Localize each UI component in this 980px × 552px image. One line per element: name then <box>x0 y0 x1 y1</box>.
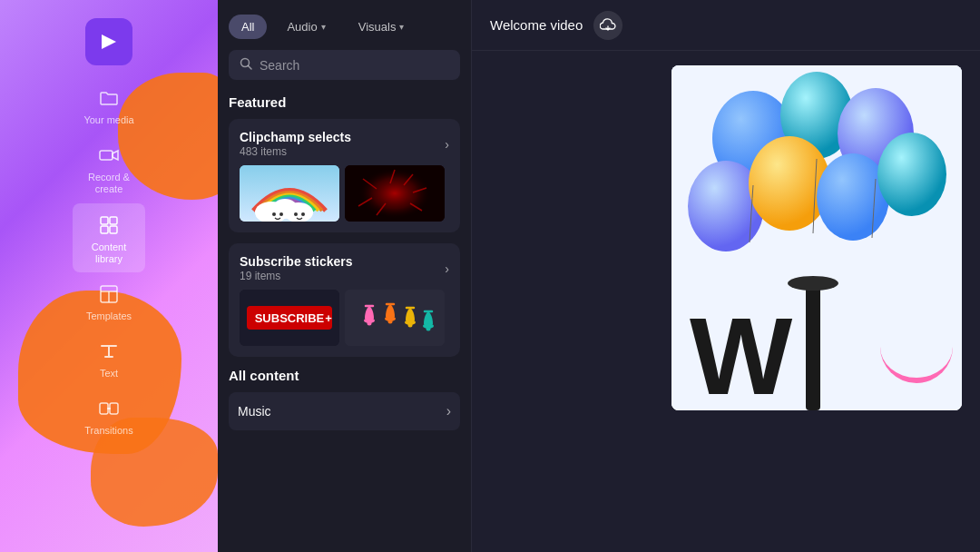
svg-point-51 <box>749 136 830 231</box>
thumbnail-bells-sticker <box>345 290 445 346</box>
svg-point-38 <box>388 320 393 324</box>
svg-point-19 <box>301 212 305 216</box>
svg-point-55 <box>788 276 838 291</box>
folder-icon <box>96 85 122 111</box>
svg-point-16 <box>272 212 276 216</box>
video-camera-icon <box>96 143 122 168</box>
sidebar: Your media Record &create <box>0 0 218 552</box>
audio-chevron-icon: ▾ <box>321 22 326 32</box>
svg-point-41 <box>408 323 413 328</box>
cloud-save-button[interactable] <box>593 11 622 40</box>
svg-text:SUBSCRIBE: SUBSCRIBE <box>255 311 325 325</box>
sidebar-label-record-create: Record &create <box>88 172 130 195</box>
transitions-icon <box>96 396 122 421</box>
search-bar <box>229 50 460 80</box>
subscribe-stickers-card[interactable]: Subscribe stickers 19 items › SUBSCRIBE <box>229 243 460 357</box>
thumbnail-subscribe-text: SUBSCRIBE + <box>240 290 339 346</box>
sidebar-item-content-library[interactable]: Contentlibrary <box>73 203 145 272</box>
svg-rect-4 <box>110 226 117 233</box>
filter-audio-button[interactable]: Audio ▾ <box>274 15 338 39</box>
thumbnail-dark-splatter <box>345 165 445 222</box>
svg-text:+: + <box>325 311 332 325</box>
subscribe-stickers-thumbnails: SUBSCRIBE + <box>240 290 449 346</box>
balloon-preview: W <box>671 65 962 410</box>
sidebar-item-transitions[interactable]: Transitions <box>73 387 145 444</box>
featured-section-title: Featured <box>229 94 460 110</box>
svg-rect-9 <box>110 403 118 414</box>
svg-line-11 <box>249 66 252 70</box>
thumbnail-rainbow-cloud <box>240 165 339 222</box>
sidebar-label-content-library: Contentlibrary <box>92 242 127 265</box>
bells-svg <box>345 290 445 346</box>
svg-rect-2 <box>110 217 117 224</box>
sidebar-label-transitions: Transitions <box>84 425 132 437</box>
svg-point-21 <box>358 168 431 219</box>
sidebar-item-record-create[interactable]: Record &create <box>73 133 145 202</box>
filter-all-button[interactable]: All <box>229 15 267 39</box>
app-container: Your media Record &create <box>0 0 980 552</box>
subscribe-stickers-title: Subscribe stickers <box>240 254 353 269</box>
sidebar-item-templates[interactable]: Templates <box>73 272 145 330</box>
cloud-save-icon <box>600 17 616 34</box>
grid-icon <box>96 212 122 238</box>
clipchamp-selects-info: Clipchamp selects 483 items <box>240 130 351 158</box>
all-content-section-title: All content <box>229 368 460 383</box>
editor-topbar: Welcome video <box>472 0 980 51</box>
content-scroll-area[interactable]: Featured Clipchamp selects 483 items › <box>218 91 471 552</box>
svg-rect-54 <box>806 283 820 410</box>
clipchamp-selects-card[interactable]: Clipchamp selects 483 items › <box>229 119 460 232</box>
svg-point-35 <box>368 321 372 326</box>
svg-point-17 <box>279 212 283 216</box>
main-panel: All Audio ▾ Visuals ▾ Featu <box>218 0 472 552</box>
rainbow-cloud-preview <box>240 165 339 222</box>
sidebar-item-text[interactable]: Text <box>73 330 145 387</box>
clipchamp-selects-header: Clipchamp selects 483 items › <box>240 130 449 158</box>
sidebar-label-text: Text <box>100 368 118 380</box>
svg-rect-0 <box>100 151 113 160</box>
text-icon <box>96 339 122 364</box>
music-chevron-icon: › <box>446 403 451 419</box>
preview-card: W <box>671 65 962 410</box>
svg-point-44 <box>426 327 431 331</box>
template-icon <box>96 281 122 307</box>
filter-bar: All Audio ▾ Visuals ▾ <box>218 0 471 50</box>
rainbow-svg <box>240 165 339 222</box>
subscribe-stickers-chevron-icon: › <box>445 261 449 276</box>
subscribe-stickers-header: Subscribe stickers 19 items › <box>240 254 449 282</box>
svg-point-53 <box>877 133 946 216</box>
svg-rect-1 <box>101 217 108 224</box>
sidebar-item-your-media[interactable]: Your media <box>73 76 145 133</box>
bells-sticker-preview <box>345 290 445 346</box>
visuals-chevron-icon: ▾ <box>399 22 404 32</box>
clipchamp-selects-thumbnails <box>240 165 449 222</box>
search-icon <box>240 57 252 73</box>
clipchamp-selects-title: Clipchamp selects <box>240 130 351 144</box>
big-w-letter: W <box>690 301 792 410</box>
clipchamp-selects-count: 483 items <box>240 145 351 158</box>
dark-splatter-svg <box>345 165 445 222</box>
svg-rect-8 <box>100 403 108 414</box>
search-input[interactable] <box>260 58 449 73</box>
subscribe-stickers-count: 19 items <box>240 270 353 282</box>
video-title: Welcome video <box>490 17 583 33</box>
music-row[interactable]: Music › <box>229 392 460 430</box>
music-label: Music <box>238 404 271 419</box>
clipchamp-selects-chevron-icon: › <box>445 137 449 152</box>
dark-splatter-preview <box>345 165 445 222</box>
app-logo[interactable] <box>85 18 132 65</box>
editor-area: Welcome video <box>472 0 980 552</box>
subscribe-stickers-info: Subscribe stickers 19 items <box>240 254 353 282</box>
preview-area: W <box>472 51 980 552</box>
svg-point-18 <box>294 212 298 216</box>
subscribe-svg: SUBSCRIBE + <box>240 290 339 346</box>
sidebar-label-your-media: Your media <box>83 114 133 126</box>
svg-rect-3 <box>101 226 108 233</box>
logo-icon <box>96 29 122 54</box>
subscribe-sticker-preview: SUBSCRIBE + <box>240 290 339 346</box>
filter-visuals-button[interactable]: Visuals ▾ <box>346 15 417 39</box>
sidebar-label-templates: Templates <box>86 310 132 322</box>
